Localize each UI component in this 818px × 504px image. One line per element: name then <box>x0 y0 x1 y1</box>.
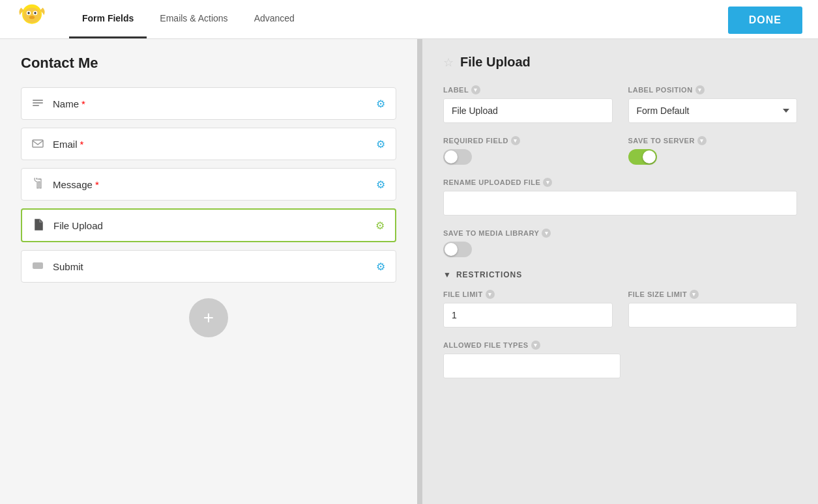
save-media-toggle-container <box>443 242 797 257</box>
allowed-file-types-input[interactable] <box>443 354 621 378</box>
svg-rect-9 <box>33 105 39 106</box>
file-limit-input[interactable] <box>443 303 613 328</box>
logo <box>16 3 48 36</box>
field-label-submit: Submit <box>53 261 376 272</box>
save-to-server-toggle-knob <box>643 150 656 163</box>
allowed-file-types-label: ALLOWED FILE TYPES ▾ <box>443 341 621 350</box>
field-gear-email[interactable]: ⚙ <box>376 138 385 150</box>
field-item-submit[interactable]: Submit ⚙ <box>21 250 396 283</box>
field-gear-message[interactable]: ⚙ <box>376 178 385 191</box>
file-limit-label: FILE LIMIT ▾ <box>443 290 613 299</box>
label-field-label: LABEL ▾ <box>443 85 613 94</box>
field-item-file-upload[interactable]: File Upload ⚙ <box>21 208 396 242</box>
svg-rect-12 <box>33 262 43 269</box>
add-field-button[interactable]: + <box>189 298 228 337</box>
tab-form-fields[interactable]: Form Fields <box>69 0 147 38</box>
tab-emails-actions[interactable]: Emails & Actions <box>147 0 241 38</box>
label-position-group: LABEL POSITION ▾ Form Default Above Belo… <box>628 85 798 123</box>
file-size-limit-input[interactable] <box>628 303 798 328</box>
required-field-group: REQUIRED FIELD ▾ <box>443 136 613 165</box>
rename-file-input[interactable] <box>443 191 797 216</box>
label-position-label: LABEL POSITION ▾ <box>628 85 798 94</box>
save-to-server-toggle-container <box>628 149 798 165</box>
label-position-select-wrapper: Form Default Above Below Left Right Hidd… <box>628 98 798 123</box>
save-media-row: SAVE TO MEDIA LIBRARY ▾ <box>443 229 797 257</box>
paragraph-icon <box>32 178 45 191</box>
save-media-toggle-knob <box>445 243 458 256</box>
save-media-label: SAVE TO MEDIA LIBRARY ▾ <box>443 229 797 238</box>
label-position-select[interactable]: Form Default Above Below Left Right Hidd… <box>628 98 798 123</box>
svg-point-5 <box>34 12 36 14</box>
restrictions-title: RESTRICTIONS <box>456 270 522 279</box>
restrictions-chevron-icon[interactable]: ▼ <box>443 270 451 279</box>
required-field-toggle[interactable] <box>443 149 472 165</box>
required-field-label: REQUIRED FIELD ▾ <box>443 136 613 145</box>
toggle-row-1: REQUIRED FIELD ▾ SAVE TO SERVER ▾ <box>443 136 797 165</box>
field-label-name: Name* <box>53 98 376 109</box>
rename-file-group: RENAME UPLOADED FILE ▾ <box>443 178 797 216</box>
svg-point-4 <box>27 12 29 14</box>
favorite-star-icon[interactable]: ☆ <box>443 55 454 70</box>
svg-point-1 <box>23 7 41 22</box>
allowed-file-types-group: ALLOWED FILE TYPES ▾ <box>443 341 621 378</box>
field-item-message[interactable]: Message* ⚙ <box>21 168 396 201</box>
left-panel: Contact Me Name* ⚙ <box>0 39 417 504</box>
field-gear-file-upload[interactable]: ⚙ <box>375 219 385 232</box>
save-to-server-label: SAVE TO SERVER ▾ <box>628 136 798 145</box>
email-icon <box>32 137 45 150</box>
svg-rect-8 <box>33 102 43 104</box>
save-media-info-icon[interactable]: ▾ <box>542 229 551 238</box>
field-label-file-upload: File Upload <box>53 220 375 231</box>
panel-divider <box>417 39 422 504</box>
save-to-server-group: SAVE TO SERVER ▾ <box>628 136 798 165</box>
panel-title: ☆ File Upload <box>443 55 797 70</box>
main-layout: Contact Me Name* ⚙ <box>0 39 818 504</box>
rename-file-info-icon[interactable]: ▾ <box>543 178 552 187</box>
save-media-group: SAVE TO MEDIA LIBRARY ▾ <box>443 229 797 257</box>
file-size-info-icon[interactable]: ▾ <box>690 290 699 299</box>
svg-rect-7 <box>33 100 43 101</box>
field-label-email: Email* <box>53 139 376 150</box>
form-title: Contact Me <box>21 55 396 72</box>
allowed-types-row: ALLOWED FILE TYPES ▾ <box>443 341 797 378</box>
submit-icon <box>32 260 45 273</box>
label-input[interactable] <box>443 98 613 123</box>
rename-file-label: RENAME UPLOADED FILE ▾ <box>443 178 797 187</box>
field-list: Name* ⚙ Email* ⚙ <box>21 87 396 283</box>
file-size-limit-group: FILE SIZE LIMIT ▾ <box>628 290 798 328</box>
rename-row: RENAME UPLOADED FILE ▾ <box>443 178 797 216</box>
tabs: Form Fields Emails & Actions Advanced <box>69 0 308 38</box>
text-icon <box>32 97 45 110</box>
allowed-types-info-icon[interactable]: ▾ <box>531 341 540 350</box>
restrictions-section-header: ▼ RESTRICTIONS <box>443 270 797 279</box>
field-item-email[interactable]: Email* ⚙ <box>21 128 396 160</box>
label-group: LABEL ▾ <box>443 85 613 123</box>
svg-point-6 <box>29 16 35 19</box>
label-info-icon[interactable]: ▾ <box>471 85 480 94</box>
header: Form Fields Emails & Actions Advanced DO… <box>0 0 818 39</box>
done-button[interactable]: DONE <box>728 7 802 34</box>
label-position-info-icon[interactable]: ▾ <box>695 85 705 94</box>
save-to-server-info-icon[interactable]: ▾ <box>697 136 707 145</box>
file-limit-group: FILE LIMIT ▾ <box>443 290 613 328</box>
right-panel: ☆ File Upload LABEL ▾ LABEL POSITION ▾ F <box>422 39 818 504</box>
add-button-container: + <box>21 298 396 337</box>
field-gear-submit[interactable]: ⚙ <box>376 260 385 273</box>
file-limit-info-icon[interactable]: ▾ <box>486 290 495 299</box>
save-media-toggle[interactable] <box>443 242 472 257</box>
required-toggle-container <box>443 149 613 165</box>
panel-title-text: File Upload <box>460 55 531 70</box>
field-label-message: Message* <box>53 179 376 190</box>
required-info-icon[interactable]: ▾ <box>511 136 520 145</box>
field-item-name[interactable]: Name* ⚙ <box>21 87 396 120</box>
label-row: LABEL ▾ LABEL POSITION ▾ Form Default Ab… <box>443 85 797 123</box>
save-to-server-toggle[interactable] <box>628 149 657 165</box>
tab-advanced[interactable]: Advanced <box>241 0 308 38</box>
file-limits-row: FILE LIMIT ▾ FILE SIZE LIMIT ▾ <box>443 290 797 328</box>
file-icon <box>33 219 46 232</box>
file-size-limit-label: FILE SIZE LIMIT ▾ <box>628 290 798 299</box>
field-gear-name[interactable]: ⚙ <box>376 98 385 110</box>
required-toggle-knob <box>445 150 458 163</box>
svg-rect-10 <box>33 140 43 147</box>
